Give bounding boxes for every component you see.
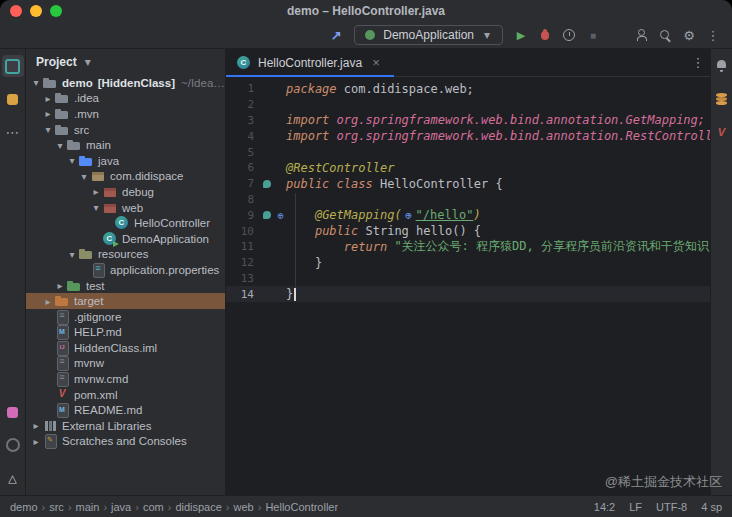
maven-button[interactable] (711, 121, 732, 143)
gutter-bean-icon[interactable] (260, 209, 273, 222)
tree-item-main[interactable]: main (26, 137, 225, 153)
tree-item-hellocontroller[interactable]: HelloController (26, 215, 225, 231)
project-panel-header[interactable]: Project (26, 49, 225, 75)
problems-button[interactable] (2, 467, 24, 489)
chevron-right-icon[interactable] (42, 108, 54, 119)
breadcrumb-item[interactable]: java (111, 501, 131, 513)
tree-item-test[interactable]: test (26, 278, 225, 294)
settings-button[interactable] (678, 24, 700, 46)
services-button[interactable] (2, 401, 24, 423)
code-editor[interactable]: 1package com.didispace.web;23import org.… (226, 77, 710, 495)
tree-item-label: resources (98, 248, 149, 260)
folder-resources-icon (78, 246, 94, 262)
chevron-down-icon[interactable] (90, 202, 102, 213)
chevron-right-icon[interactable] (30, 420, 42, 431)
code-line-1[interactable]: 1package com.didispace.web; (226, 81, 710, 97)
tree-item-java[interactable]: java (26, 153, 225, 169)
chevron-right-icon[interactable] (30, 436, 42, 447)
chevron-down-icon[interactable] (54, 140, 66, 151)
code-line-2[interactable]: 2 (226, 97, 710, 113)
breadcrumb-item[interactable]: HelloController (265, 501, 338, 513)
chevron-right-icon[interactable] (54, 280, 66, 291)
run-configuration-select[interactable]: DemoApplication (354, 25, 503, 45)
tree-item-demoapplication[interactable]: DemoApplication (26, 231, 225, 247)
indent-info[interactable]: 4 sp (701, 501, 722, 513)
tree-item-mvnw[interactable]: mvnw (26, 356, 225, 372)
file-properties-icon (90, 262, 106, 278)
gutter-globe-icon[interactable] (274, 209, 287, 222)
chevron-down-icon[interactable] (30, 77, 42, 88)
breadcrumb-item[interactable]: didispace (175, 501, 221, 513)
tree-item-hiddenclass.iml[interactable]: HiddenClass.iml (26, 340, 225, 356)
close-window-button[interactable] (10, 5, 22, 17)
notifications-button[interactable] (711, 55, 732, 77)
breadcrumb-item[interactable]: demo (10, 501, 38, 513)
code-line-7[interactable]: 7public class HelloController { (226, 176, 710, 192)
tree-item-help.md[interactable]: HELP.md (26, 325, 225, 341)
code-line-13[interactable]: 13 (226, 271, 710, 287)
tree-item-target[interactable]: target (26, 293, 225, 309)
tree-item-resources[interactable]: resources (26, 247, 225, 263)
main-area: Project demo[HiddenClass]~/IdeaProject..… (0, 49, 732, 495)
minimize-window-button[interactable] (30, 5, 42, 17)
tree-item-scratches-and-consoles[interactable]: Scratches and Consoles (26, 434, 225, 450)
search-button[interactable] (654, 24, 676, 46)
code-line-5[interactable]: 5 (226, 144, 710, 160)
tree-item-mvnw.cmd[interactable]: mvnw.cmd (26, 371, 225, 387)
chevron-right-icon[interactable] (90, 186, 102, 197)
debug-button[interactable] (534, 24, 556, 46)
tab-options-icon[interactable] (690, 55, 706, 71)
breadcrumb-item[interactable]: web (234, 501, 254, 513)
chevron-down-icon[interactable] (78, 171, 90, 182)
tree-item-readme.md[interactable]: README.md (26, 402, 225, 418)
user-button[interactable] (630, 24, 652, 46)
tree-item-src[interactable]: src (26, 122, 225, 138)
tree-item-label: pom.xml (74, 389, 117, 401)
tree-item-com.didispace[interactable]: com.didispace (26, 169, 225, 185)
breadcrumb-item[interactable]: com (143, 501, 164, 513)
gutter-bean-icon[interactable] (260, 177, 273, 190)
chevron-right-icon[interactable] (42, 296, 54, 307)
code-line-14[interactable]: 14} (226, 286, 710, 302)
code-line-10[interactable]: 10 public String hello() { (226, 223, 710, 239)
tree-item-pom.xml[interactable]: pom.xml (26, 387, 225, 403)
chevron-down-icon[interactable] (66, 249, 78, 260)
more-horizontal-button[interactable] (2, 121, 24, 143)
inspections-ok-icon[interactable] (226, 308, 230, 324)
more-vertical-button[interactable] (702, 24, 724, 46)
tree-item-.mvn[interactable]: .mvn (26, 106, 225, 122)
project-button[interactable] (2, 55, 24, 77)
code-line-12[interactable]: 12 } (226, 255, 710, 271)
tree-item-.idea[interactable]: .idea (26, 91, 225, 107)
tree-item-web[interactable]: web (26, 200, 225, 216)
code-line-11[interactable]: 11 return "关注公众号: 程序猿DD, 分享程序员前沿资讯和干货知识"… (226, 239, 710, 255)
breadcrumb-item[interactable]: main (76, 501, 100, 513)
tree-item-external-libraries[interactable]: External Libraries (26, 418, 225, 434)
commit-button[interactable] (2, 88, 24, 110)
profiler-button[interactable] (558, 24, 580, 46)
code-line-6[interactable]: 6@RestController (226, 160, 710, 176)
tree-item-.gitignore[interactable]: .gitignore (26, 309, 225, 325)
chevron-right-icon[interactable] (42, 93, 54, 104)
code-line-8[interactable]: 8 (226, 192, 710, 208)
file-encoding[interactable]: UTF-8 (656, 501, 687, 513)
chevron-down-icon[interactable] (66, 155, 78, 166)
tree-item-demo[interactable]: demo[HiddenClass]~/IdeaProject... (26, 75, 225, 91)
cursor-position[interactable]: 14:2 (594, 501, 615, 513)
tree-item-application.properties[interactable]: application.properties (26, 262, 225, 278)
code-line-4[interactable]: 4import org.springframework.web.bind.ann… (226, 128, 710, 144)
database-button[interactable] (711, 88, 732, 110)
chevron-down-icon[interactable] (42, 124, 54, 135)
build-arrow-button[interactable] (325, 24, 347, 46)
line-separator[interactable]: LF (629, 501, 642, 513)
close-tab-icon[interactable] (368, 55, 384, 71)
run-circle-button[interactable] (2, 434, 24, 456)
breadcrumb-item[interactable]: src (49, 501, 64, 513)
zoom-window-button[interactable] (50, 5, 62, 17)
tree-item-debug[interactable]: debug (26, 184, 225, 200)
tab-hellocontroller[interactable]: HelloController.java (226, 49, 394, 76)
run-button[interactable] (510, 24, 532, 46)
code-line-3[interactable]: 3import org.springframework.web.bind.ann… (226, 113, 710, 129)
code-line-9[interactable]: 9 @GetMapping("/hello") (226, 207, 710, 223)
stop-button[interactable] (582, 24, 604, 46)
